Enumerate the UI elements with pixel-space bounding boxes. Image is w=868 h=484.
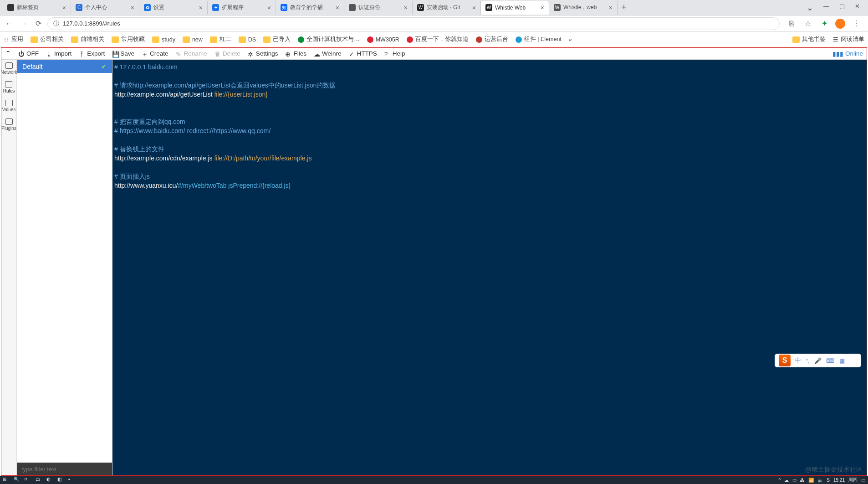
browser-tab[interactable]: WWhistle，web×: [549, 1, 618, 15]
bookmark-item[interactable]: 运营后台: [476, 36, 508, 43]
bookmark-item[interactable]: 常用收藏: [112, 36, 145, 43]
browser-tab[interactable]: 新标签页×: [3, 1, 71, 15]
browser-tab[interactable]: 认证身份×: [344, 1, 413, 15]
bookmark-label: study: [162, 36, 175, 43]
tray-battery-icon[interactable]: ▭: [792, 478, 797, 483]
file-explorer-icon[interactable]: 🗂: [36, 477, 42, 483]
files-button[interactable]: ⊕Files: [285, 50, 306, 57]
back-button[interactable]: ←: [4, 18, 15, 29]
https-button[interactable]: ✓HTTPS: [349, 50, 377, 57]
bookmark-item[interactable]: MW305R: [367, 36, 399, 43]
bookmark-item[interactable]: 其他书签: [792, 36, 826, 43]
off-button[interactable]: ⏻OFF: [18, 50, 39, 57]
bookmark-item[interactable]: new: [183, 36, 203, 43]
tab-title: Whistle，web: [563, 4, 606, 11]
chrome-icon[interactable]: ◐: [46, 477, 53, 483]
delete-button: 🗑Delete: [214, 50, 240, 57]
ime-keyboard-icon[interactable]: ⌨: [826, 357, 835, 364]
tray-ime-icon[interactable]: S: [827, 478, 830, 483]
ime-mic-icon[interactable]: 🎤: [814, 357, 822, 364]
close-tab-icon[interactable]: ×: [472, 4, 476, 11]
rename-icon: ✎: [176, 51, 182, 57]
ime-lang-label[interactable]: 中: [795, 356, 801, 365]
tray-volume-icon[interactable]: 🔈: [817, 478, 823, 483]
new-tab-button[interactable]: +: [618, 3, 630, 12]
close-window-button[interactable]: ✕: [855, 3, 860, 13]
settings-button[interactable]: ✲Settings: [248, 50, 278, 57]
todo-app-icon[interactable]: ◧: [57, 477, 64, 483]
browser-tab[interactable]: W安装启动 · Git×: [413, 1, 481, 15]
bookmark-item[interactable]: 全国计算机技术与…: [298, 36, 360, 43]
bookmark-item[interactable]: 百度一下，你就知道: [407, 36, 469, 43]
bookmark-item[interactable]: study: [152, 36, 175, 43]
ime-floating-bar[interactable]: S 中 °, 🎤 ⌨ ▦: [775, 354, 861, 367]
browser-address-bar: ← → ⟳ ⓘ 127.0.0.1:8899/#rules ⎘ ☆ ✦ ⋮: [0, 15, 868, 32]
url-input[interactable]: ⓘ 127.0.0.1:8899/#rules: [47, 17, 780, 30]
collapse-toggle[interactable]: ⌃: [5, 49, 11, 58]
task-view-button[interactable]: ⌑: [25, 477, 31, 483]
tab-dropdown-icon[interactable]: ⌄: [807, 3, 813, 13]
close-tab-icon[interactable]: ×: [267, 4, 271, 11]
search-button[interactable]: 🔍: [14, 477, 20, 483]
tray-overflow-icon[interactable]: ^: [779, 478, 781, 483]
online-indicator[interactable]: ▮▮▮ Online: [832, 50, 863, 57]
kebab-menu-icon[interactable]: ⋮: [851, 18, 862, 29]
tray-wifi-icon[interactable]: 📶: [808, 478, 814, 483]
bookmark-star-icon[interactable]: ☆: [802, 18, 813, 29]
terminal-icon[interactable]: ▪: [68, 477, 75, 483]
browser-tab[interactable]: ✿设置×: [139, 1, 208, 15]
minimize-button[interactable]: —: [823, 3, 829, 13]
browser-tab[interactable]: 知教育学的学硕×: [276, 1, 344, 15]
bookmark-item[interactable]: 前端相关: [71, 36, 104, 43]
start-button[interactable]: ⊞: [3, 477, 9, 483]
install-pwa-icon[interactable]: ⎘: [786, 18, 797, 29]
tray-time[interactable]: 15:21: [833, 478, 845, 483]
close-tab-icon[interactable]: ×: [609, 4, 613, 11]
import-button[interactable]: ⭳Import: [46, 50, 71, 57]
weinre-button[interactable]: ☁Weinre: [314, 50, 342, 57]
help-icon: ?: [384, 51, 391, 57]
close-tab-icon[interactable]: ×: [199, 4, 203, 11]
tray-network-icon[interactable]: 🖧: [800, 478, 805, 483]
extensions-icon[interactable]: ✦: [819, 18, 830, 29]
ime-grid-icon[interactable]: ▦: [839, 357, 845, 364]
rules-editor[interactable]: # 127.0.0.1 baidu.com # 请求http://example…: [112, 60, 867, 475]
close-tab-icon[interactable]: ×: [131, 4, 134, 11]
bookmark-item[interactable]: 公司相关: [31, 36, 64, 43]
maximize-button[interactable]: ▢: [839, 3, 845, 13]
help-button[interactable]: ?Help: [384, 50, 405, 57]
bookmark-label: MW305R: [376, 36, 399, 43]
export-button[interactable]: ⭱Export: [79, 50, 105, 57]
bookmark-item[interactable]: 已导入: [263, 36, 291, 43]
close-tab-icon[interactable]: ×: [62, 4, 66, 11]
browser-tab[interactable]: ✦扩展程序×: [208, 1, 276, 15]
ime-punct-icon[interactable]: °,: [806, 357, 810, 364]
rule-filter-input[interactable]: [17, 463, 112, 475]
bookmarks-overflow-button[interactable]: »: [569, 36, 572, 43]
side-tab-label: Rules: [3, 88, 15, 93]
tray-onedrive-icon[interactable]: ☁: [784, 478, 789, 483]
side-tab-network[interactable]: Network: [0, 62, 17, 75]
toolbar-label: HTTPS: [357, 50, 377, 57]
rule-list-item[interactable]: Default✔: [17, 60, 112, 73]
close-tab-icon[interactable]: ×: [404, 4, 408, 11]
profile-avatar-icon[interactable]: [835, 19, 845, 29]
create-button[interactable]: ＋Create: [142, 50, 168, 57]
tray-notifications-icon[interactable]: ▭: [861, 478, 865, 483]
bookmark-item[interactable]: ☰阅读清单: [833, 36, 864, 43]
browser-tab[interactable]: C个人中心×: [71, 1, 139, 15]
side-tab-rules[interactable]: Rules: [3, 81, 15, 93]
bookmark-item[interactable]: 组件 | Element: [516, 36, 562, 43]
site-info-icon[interactable]: ⓘ: [53, 20, 59, 28]
forward-button[interactable]: →: [18, 18, 29, 29]
reload-button[interactable]: ⟳: [33, 18, 44, 29]
bookmark-item[interactable]: ⫶⫶应用: [4, 36, 23, 43]
side-tab-values[interactable]: Values: [2, 100, 16, 112]
close-tab-icon[interactable]: ×: [336, 4, 339, 11]
bookmark-item[interactable]: DS: [239, 36, 256, 43]
save-button[interactable]: 💾Save: [112, 50, 134, 57]
bookmark-item[interactable]: 杠二: [210, 36, 231, 43]
side-tab-plugins[interactable]: Plugins: [1, 118, 16, 131]
browser-tab[interactable]: WWhistle Web×: [481, 1, 549, 15]
close-tab-icon[interactable]: ×: [541, 4, 544, 11]
